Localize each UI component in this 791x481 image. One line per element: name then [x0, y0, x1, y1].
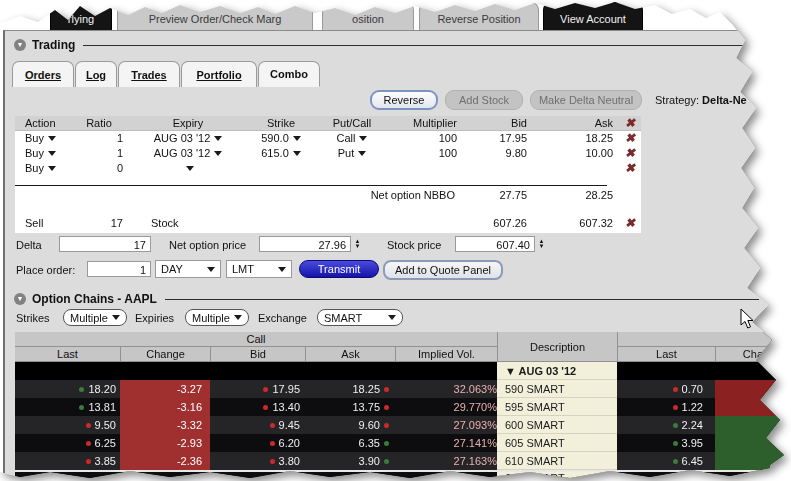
tab-close-position[interactable]: osition — [322, 2, 414, 30]
ratio-value[interactable]: 1 — [75, 146, 123, 161]
tab-log[interactable]: Log — [75, 61, 117, 87]
putcall-dropdown[interactable]: Call — [319, 131, 385, 146]
strike-description[interactable]: 610 SMART — [497, 452, 617, 470]
tab-portfolio[interactable]: Portfolio — [181, 61, 257, 87]
section-rule — [165, 299, 759, 300]
option-row: 3.85 -2.36 3.80 3.90 27.163% 610 SMART 6… — [15, 452, 791, 470]
header-description[interactable]: Description — [497, 332, 617, 362]
section-rule — [83, 45, 759, 46]
put-change: - — [715, 398, 791, 416]
tab-preview-order-check-margin[interactable]: Preview Order/Check Marg — [117, 2, 313, 30]
exchange-dropdown[interactable]: SMART — [317, 309, 403, 326]
reverse-button[interactable]: Reverse — [370, 90, 438, 110]
combo-separator-line — [15, 185, 607, 186]
tick-up-icon — [79, 405, 84, 410]
chevron-down-icon — [48, 136, 56, 141]
quantity-input[interactable]: 1 — [87, 261, 151, 277]
strike-description[interactable]: 595 SMART — [497, 398, 617, 416]
transmit-button[interactable]: Transmit — [299, 260, 379, 278]
add-to-quote-panel-button[interactable]: Add to Quote Panel — [383, 260, 503, 280]
remove-leg-icon[interactable] — [625, 131, 635, 145]
chevron-down-icon — [278, 267, 286, 272]
strike-description[interactable]: 590 SMART — [497, 380, 617, 398]
stock-price-input[interactable]: 607.40 — [455, 236, 535, 252]
header-call-last[interactable]: Last — [15, 347, 120, 362]
call-last: 6.25 — [95, 437, 116, 449]
strike-description[interactable]: 615 SMART — [497, 472, 617, 481]
remove-leg-icon[interactable] — [625, 146, 635, 160]
stock-description: Stock — [133, 216, 261, 231]
tick-up-icon — [673, 441, 678, 446]
nbbo-ask: 28.25 — [547, 188, 613, 203]
add-stock-button[interactable]: Add Stock — [445, 90, 523, 110]
header-implied-vol[interactable]: Implied Vol. — [395, 347, 497, 362]
option-chain-table: Call Last Change Bid Ask Implied Vol. De… — [15, 332, 791, 481]
trading-window-panel: Trading Orders Log Trades Portfolio Comb… — [3, 30, 791, 481]
strikes-dropdown[interactable]: Multiple — [63, 309, 127, 326]
call-group-header: Call — [15, 332, 497, 347]
make-delta-neutral-button[interactable]: Make Delta Neutral — [530, 90, 642, 110]
call-change: -2.36 — [120, 452, 210, 470]
chevron-down-icon — [358, 151, 366, 156]
collapse-trading-icon[interactable] — [14, 39, 26, 51]
chevron-down-icon — [48, 166, 56, 171]
ratio-value[interactable]: 1 — [75, 131, 123, 146]
tif-dropdown[interactable]: DAY — [155, 260, 221, 278]
tab-orders[interactable]: Orders — [12, 61, 74, 87]
expiry-dropdown[interactable] — [133, 161, 243, 176]
tab-view-account[interactable]: View Account — [543, 2, 643, 30]
stock-price-label: Stock price — [387, 237, 441, 253]
tab-trades[interactable]: Trades — [118, 61, 180, 87]
tab-underlying[interactable]: rlying — [50, 2, 112, 30]
expiry-dropdown[interactable]: AUG 03 '12 — [133, 146, 243, 161]
header-put-last[interactable]: Last — [617, 347, 715, 362]
header-put-change[interactable]: Chan — [715, 347, 791, 362]
tick-down-icon — [384, 423, 389, 428]
expiries-dropdown[interactable]: Multiple — [185, 309, 249, 326]
expiry-group-cell[interactable]: ▼ AUG 03 '12 — [497, 362, 617, 380]
net-option-price-input[interactable]: 27.96 — [259, 236, 351, 252]
strikes-label: Strikes — [16, 310, 50, 326]
header-call-ask[interactable]: Ask — [305, 347, 395, 362]
tick-down-icon — [86, 459, 91, 464]
delta-label: Delta — [16, 237, 42, 253]
remove-stock-leg-icon[interactable] — [625, 216, 635, 230]
strike-dropdown[interactable]: 590.0 — [243, 131, 319, 146]
strike-description[interactable]: 605 SMART — [497, 434, 617, 452]
strike-description[interactable]: 600 SMART — [497, 416, 617, 434]
trading-section-header: Trading — [14, 38, 759, 52]
chevron-down-icon — [359, 136, 367, 141]
putcall-dropdown[interactable]: Put — [319, 146, 385, 161]
bid-value: 17.95 — [463, 131, 527, 146]
option-row: 9.50 -3.32 9.45 9.60 27.093% 600 SMART 2… — [15, 416, 791, 434]
strike-dropdown[interactable]: 615.0 — [243, 146, 319, 161]
remove-leg-icon[interactable] — [625, 161, 635, 175]
put-last: 3.95 — [682, 437, 703, 449]
nbbo-bid: 27.75 — [463, 188, 527, 203]
strategy-label: Strategy: Delta-Ne — [655, 92, 747, 108]
put-last: 0.70 — [682, 383, 703, 395]
stock-price-stepper[interactable]: ▲▼ — [537, 236, 546, 252]
combo-header-row: Action Ratio Expiry Strike Put/Call Mult… — [15, 116, 641, 131]
collapse-option-chains-icon[interactable] — [14, 293, 26, 305]
remove-all-legs-icon[interactable] — [625, 116, 635, 130]
expiry-dropdown[interactable]: AUG 03 '12 — [133, 131, 243, 146]
implied-vol: 32.063% — [395, 380, 497, 398]
order-type-dropdown[interactable]: LMT — [226, 260, 292, 278]
combo-leg-row-empty: Buy 0 — [15, 161, 641, 176]
ratio-value[interactable]: 0 — [75, 161, 123, 176]
chevron-down-icon — [293, 151, 301, 156]
call-bid: 3.80 — [279, 455, 300, 467]
header-ratio: Ratio — [75, 116, 123, 131]
net-option-price-stepper[interactable]: ▲▼ — [353, 236, 362, 252]
header-call-bid[interactable]: Bid — [210, 347, 305, 362]
header-call-change[interactable]: Change — [120, 347, 210, 362]
delta-input[interactable]: 17 — [59, 236, 151, 252]
combo-leg-row: Buy 1 AUG 03 '12 615.0 Put 100 9.80 10.0… — [15, 146, 641, 161]
header-strike: Strike — [243, 116, 319, 131]
put-last: 2.24 — [682, 419, 703, 431]
tab-combo-active[interactable]: Combo — [258, 61, 320, 87]
strategy-value: Delta-Ne — [702, 94, 747, 106]
tab-reverse-position[interactable]: Reverse Position — [419, 2, 539, 30]
stock-bid: 607.26 — [463, 216, 527, 231]
